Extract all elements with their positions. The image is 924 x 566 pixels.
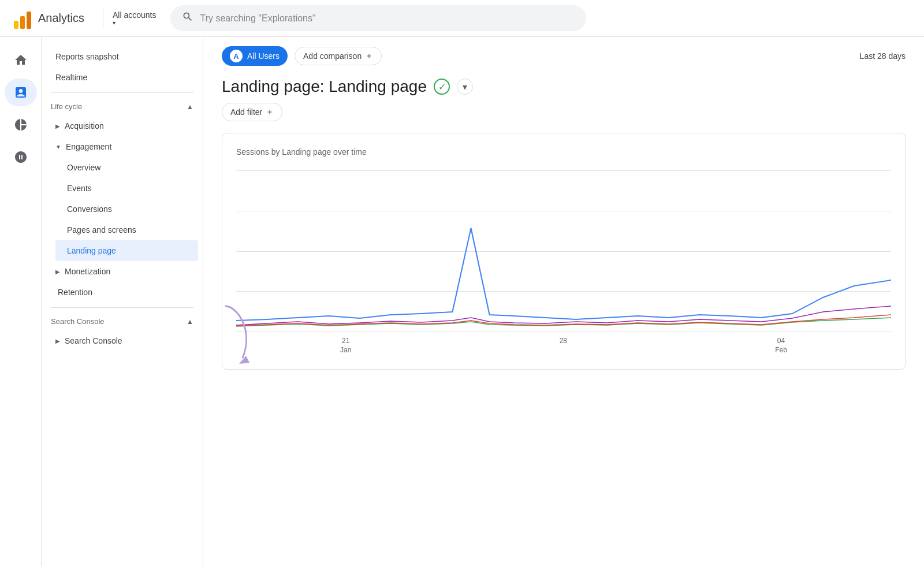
acquisition-label: Acquisition <box>65 121 104 131</box>
all-users-chip[interactable]: A All Users <box>222 46 288 66</box>
add-icon: ＋ <box>365 51 373 61</box>
search-console-chevron-icon: ▲ <box>187 318 193 326</box>
add-filter-row: Add filter ＋ <box>203 96 924 128</box>
sidebar-item-acquisition[interactable]: ▶ Acquisition <box>46 116 198 136</box>
overview-label: Overview <box>67 163 100 172</box>
engagement-children: Overview Events Conversions Pages and sc… <box>42 157 203 261</box>
app-header: Analytics All accounts ▾ Try searching "… <box>0 0 924 37</box>
search-console-section-label: Search Console <box>51 317 105 326</box>
lifecycle-chevron-icon: ▲ <box>187 103 193 111</box>
chart-x-labels: 21 Jan 28 04 Feb <box>236 332 891 355</box>
retention-label: Retention <box>58 288 92 297</box>
search-icon <box>182 11 193 25</box>
sidebar-divider-2 <box>51 307 193 308</box>
nav-advertising[interactable] <box>5 143 37 171</box>
acquisition-chevron-icon: ▶ <box>55 123 60 129</box>
add-comparison-label: Add comparison <box>303 51 362 61</box>
main-layout: Reports snapshot Realtime Life cycle ▲ ▶… <box>0 37 924 566</box>
conversions-label: Conversions <box>67 204 112 214</box>
x-label-28: 28 <box>560 337 567 346</box>
all-accounts-label: All accounts <box>113 10 156 20</box>
search-console-section-header[interactable]: Search Console ▲ <box>42 312 203 330</box>
sidebar-item-reports-snapshot[interactable]: Reports snapshot <box>46 46 198 67</box>
sidebar-item-realtime[interactable]: Realtime <box>46 67 198 88</box>
sidebar-item-conversions[interactable]: Conversions <box>55 199 198 219</box>
logo-bar-2 <box>20 16 25 29</box>
sidebar-item-monetization[interactable]: ▶ Monetization <box>46 261 198 282</box>
monetization-label: Monetization <box>65 267 110 276</box>
engagement-chevron-icon: ▼ <box>55 144 61 150</box>
all-users-avatar: A <box>230 50 243 62</box>
engagement-label: Engagement <box>66 142 111 151</box>
app-title: Analytics <box>38 12 84 25</box>
nav-home[interactable] <box>5 46 37 74</box>
sidebar-item-search-console[interactable]: ▶ Search Console <box>46 330 198 351</box>
chart-area: 21 Jan 28 04 Feb <box>236 170 891 355</box>
x-label-date: 28 <box>560 337 567 345</box>
chart-svg <box>236 170 891 332</box>
header-divider <box>103 9 103 28</box>
content-header: A All Users Add comparison ＋ Last 28 day… <box>203 37 924 66</box>
sidebar-item-landing-page[interactable]: Landing page <box>55 240 198 261</box>
sidebar-item-retention[interactable]: Retention <box>46 282 198 303</box>
main-content: A All Users Add comparison ＋ Last 28 day… <box>203 37 924 566</box>
x-label-date: 04 <box>777 337 785 345</box>
add-filter-icon: ＋ <box>266 107 274 117</box>
sidebar: Reports snapshot Realtime Life cycle ▲ ▶… <box>42 37 203 566</box>
sidebar-item-events[interactable]: Events <box>55 178 198 199</box>
logo-bar-3 <box>27 12 31 29</box>
add-filter-label: Add filter <box>230 107 262 117</box>
x-label-date: 21 <box>342 337 349 345</box>
page-title-row: Landing page: Landing page ✓ ▾ <box>203 66 924 96</box>
events-label: Events <box>67 184 92 193</box>
date-range: Last 28 days <box>860 51 906 61</box>
icon-nav <box>0 37 42 566</box>
pages-and-screens-label: Pages and screens <box>67 225 136 234</box>
add-comparison-button[interactable]: Add comparison ＋ <box>295 47 382 65</box>
sidebar-divider-1 <box>51 92 193 93</box>
nav-explore[interactable] <box>5 111 37 139</box>
title-dropdown-button[interactable]: ▾ <box>457 79 473 95</box>
nav-dashboard[interactable] <box>5 79 37 106</box>
logo-icon <box>14 8 31 29</box>
chart-title: Sessions by Landing page over time <box>236 147 891 157</box>
page-title: Landing page: Landing page <box>222 77 427 96</box>
filters-row: A All Users Add comparison ＋ <box>222 46 382 66</box>
status-check-icon: ✓ <box>434 79 450 95</box>
search-console-label: Search Console <box>65 336 122 345</box>
lifecycle-section-header[interactable]: Life cycle ▲ <box>42 98 203 116</box>
x-label-month: Jan <box>340 346 351 354</box>
logo-area: Analytics <box>14 8 84 29</box>
x-label-21-jan: 21 Jan <box>340 337 351 354</box>
all-accounts-button[interactable]: All accounts ▾ <box>113 10 156 26</box>
chevron-down-icon: ▾ <box>113 20 116 26</box>
sidebar-item-overview[interactable]: Overview <box>55 157 198 178</box>
logo-bar-1 <box>14 21 18 29</box>
x-label-04-feb: 04 Feb <box>775 337 787 354</box>
add-filter-button[interactable]: Add filter ＋ <box>222 103 282 121</box>
search-bar[interactable]: Try searching "Explorations" <box>170 5 586 31</box>
chart-container: Sessions by Landing page over time <box>222 133 906 370</box>
sidebar-item-engagement[interactable]: ▼ Engagement <box>46 136 198 157</box>
all-users-label: All Users <box>247 51 280 61</box>
lifecycle-label: Life cycle <box>51 102 82 111</box>
search-console-expand-icon: ▶ <box>55 338 60 344</box>
monetization-chevron-icon: ▶ <box>55 269 60 275</box>
sidebar-item-pages-and-screens[interactable]: Pages and screens <box>55 219 198 240</box>
search-placeholder: Try searching "Explorations" <box>200 13 316 24</box>
sidebar-top-items: Reports snapshot Realtime <box>42 46 203 88</box>
landing-page-label: Landing page <box>67 246 116 255</box>
x-label-month: Feb <box>775 346 787 354</box>
